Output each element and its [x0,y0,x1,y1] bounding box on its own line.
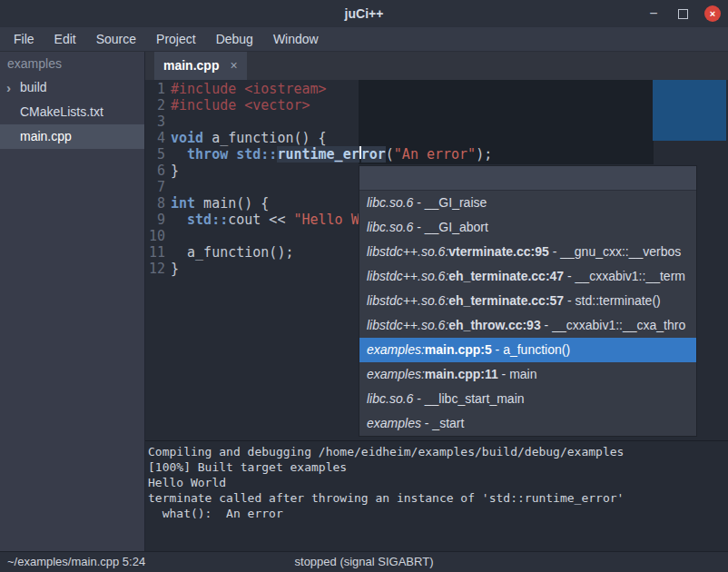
code-token: throw [187,146,228,163]
frame-module: examples [367,416,421,430]
code-token: cout << [228,212,293,228]
frame-function: - __gnu_cxx::__verbos [549,244,682,259]
code-token: #include <iostream> [171,81,327,97]
frame-location: main.cpp:5 [425,342,492,357]
line-number: 1 [145,81,165,97]
code-token: #include <vector> [171,97,310,113]
code-token [171,146,187,163]
tab-label: main.cpp [163,58,219,73]
backtrace-item[interactable]: libstdc++.so.6:eh_terminate.cc:57 - std:… [359,289,696,313]
code-line-2[interactable]: 2#include <vector> [145,97,728,113]
line-number: 4 [145,130,165,146]
frame-function: - _start [421,416,464,430]
restore-button[interactable] [678,9,688,19]
sidebar: examples ›buildCMakeLists.txtmain.cpp [0,52,145,551]
terminal-output[interactable]: Compiling and debugging /home/eidheim/ex… [145,440,728,551]
frame-module: examples: [367,342,425,357]
project-header: examples [0,52,144,75]
frame-location: eh_terminate.cc:47 [448,269,564,283]
menu-window[interactable]: Window [263,27,329,51]
backtrace-item[interactable]: libstdc++.so.6:vterminate.cc:95 - __gnu_… [359,240,696,264]
menu-source[interactable]: Source [86,27,146,51]
terminal-line: what(): An error [148,506,728,521]
terminal-line: terminate called after throwing an insta… [148,490,728,506]
code-token: ror [361,146,386,163]
sidebar-item-label: build [20,80,47,94]
backtrace-item[interactable]: libc.so.6 - __GI_raise [359,191,696,215]
code-token: ( [386,146,394,163]
line-number: 12 [145,261,165,277]
frame-module: libc.so.6 [367,391,413,406]
tabbar: main.cpp× [145,52,728,80]
frame-module: examples: [367,367,425,381]
sidebar-item-label: CMakeLists.txt [20,104,103,119]
backtrace-item[interactable]: libstdc++.so.6:eh_throw.cc:93 - __cxxabi… [359,313,696,338]
window-controls: − × [645,0,721,27]
frame-module: libc.so.6 [367,220,413,234]
menubar-items: FileEditSourceProjectDebugWindow [0,27,728,52]
editor[interactable]: 1#include <iostream>2#include <vector>34… [145,80,728,440]
backtrace-item[interactable]: libstdc++.so.6:eh_terminate.cc:47 - __cx… [359,264,696,289]
frame-module: libstdc++.so.6: [367,318,448,332]
backtrace-item[interactable]: examples:main.cpp:11 - main [359,362,696,387]
terminal-line: [100%] Built target examples [148,459,728,475]
backtrace-item[interactable]: examples - _start [359,411,696,436]
menu-debug[interactable]: Debug [206,27,263,51]
menu-project[interactable]: Project [146,27,206,51]
window-title: juCi++ [0,0,728,27]
frame-function: - __cxxabiv1::__cxa_thro [541,318,686,332]
frame-location: main.cpp:11 [425,367,498,381]
frame-module: libstdc++.so.6: [367,269,448,283]
frame-module: libstdc++.so.6: [367,244,448,259]
code-line-4[interactable]: 4void a_function() { [145,130,728,146]
code-token [171,212,187,228]
code-line-5[interactable]: 5 throw std::runtime_error("An error"); [145,146,728,163]
tab-main-cpp[interactable]: main.cpp× [154,52,247,80]
statusbar: ~/examples/main.cpp 5:24 stopped (signal… [0,551,728,572]
tab-close-icon[interactable]: × [230,58,237,73]
code-token: main() { [195,195,269,212]
sidebar-item-cmakelists-txt[interactable]: CMakeLists.txt [0,100,144,124]
frame-function: - std::terminate() [564,293,661,308]
sidebar-item-label: main.cpp [20,129,72,143]
code-token: ); [476,146,492,163]
backtrace-item[interactable]: libc.so.6 - __GI_abort [359,215,696,240]
sidebar-item-build[interactable]: ›build [0,75,144,100]
line-number: 3 [145,113,165,130]
code-token: } [171,261,179,277]
frame-function: - __GI_raise [413,195,487,210]
code-token: "Hello W [293,212,359,228]
code-token: runtime_er [277,146,359,163]
code-token: "An error" [394,146,476,163]
line-number: 9 [145,212,165,228]
code-line-3[interactable]: 3 [145,113,728,130]
expander-icon[interactable]: › [6,75,11,100]
code-token: std:: [236,146,277,163]
terminal-line: Compiling and debugging /home/eidheim/ex… [148,444,728,459]
code-line-1[interactable]: 1#include <iostream> [145,81,728,97]
frame-function: - main [498,367,537,381]
backtrace-popup: libc.so.6 - __GI_raiselibc.so.6 - __GI_a… [359,165,697,437]
line-number: 6 [145,163,165,179]
backtrace-item[interactable]: examples:main.cpp:5 - a_function() [359,338,696,362]
frame-function: - __GI_abort [413,220,488,234]
code-token [228,146,236,163]
titlebar: juCi++ − × [0,0,728,27]
sidebar-item-main-cpp[interactable]: main.cpp [0,124,144,149]
frame-location: eh_terminate.cc:57 [448,293,564,308]
menu-file[interactable]: File [4,27,44,51]
line-number: 11 [145,244,165,261]
minimize-button[interactable]: − [645,0,662,27]
menu-edit[interactable]: Edit [44,27,86,51]
line-number: 5 [145,146,165,163]
file-tree: ›buildCMakeLists.txtmain.cpp [0,75,144,149]
close-button[interactable]: × [704,5,721,22]
backtrace-filter-entry[interactable] [359,166,696,191]
backtrace-item[interactable]: libc.so.6 - __libc_start_main [359,387,696,411]
backtrace-list: libc.so.6 - __GI_raiselibc.so.6 - __GI_a… [359,191,696,436]
frame-module: libc.so.6 [367,195,413,210]
line-number: 7 [145,179,165,195]
code-token: } [171,163,179,179]
line-number: 2 [145,97,165,113]
code-token: int [171,195,195,212]
